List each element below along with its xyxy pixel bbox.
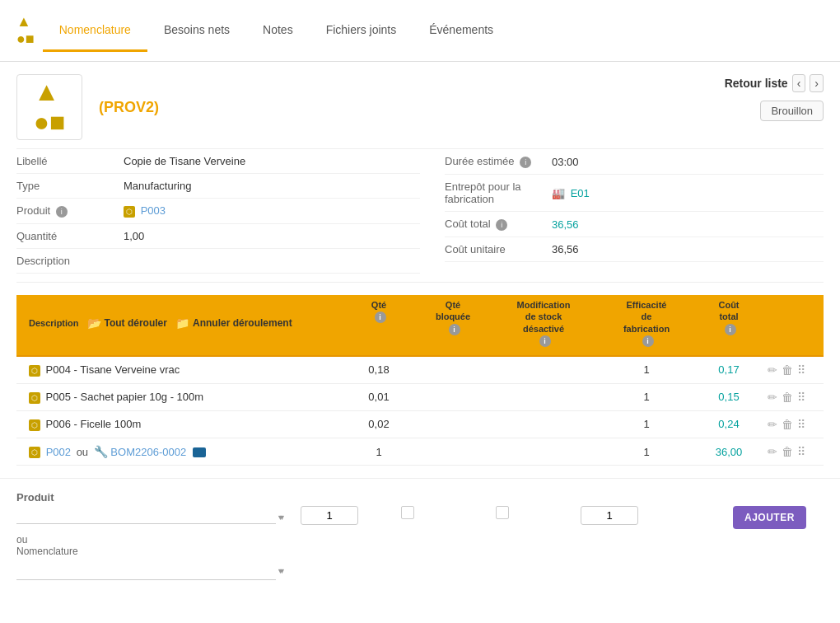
row2-drag-icon[interactable]: ⠿ xyxy=(797,391,805,404)
cout-total-value: 36,56 xyxy=(552,218,579,231)
row1-qte: 0,18 xyxy=(342,363,416,376)
add-qte-input[interactable] xyxy=(301,506,358,525)
bom-col-headers: Description 📂 Tout dérouler 📁 Annuler dé… xyxy=(16,295,824,357)
row4-desc: ⬡ P002 ou 🔧 BOM2206-0002 xyxy=(29,445,342,459)
row4-qte: 1 xyxy=(342,446,416,458)
product-code: (PROV2) xyxy=(99,99,159,116)
cout-unitaire-value: 36,56 xyxy=(552,243,579,255)
produit-row: Produit i ⬡ P003 xyxy=(16,199,420,224)
row3-drag-icon[interactable]: ⠿ xyxy=(797,418,805,431)
cout-total-label: Coût total i xyxy=(445,218,552,231)
row2-action-btns: ✏ 🗑 ⠿ xyxy=(762,391,811,404)
type-value: Manufacturing xyxy=(124,180,191,192)
row2-efficacite: 1 xyxy=(597,391,696,403)
tab-fichiers-joints[interactable]: Fichiers joints xyxy=(310,10,413,52)
header-right: Retour liste ‹ › Brouillon xyxy=(725,74,824,121)
qte-bloquee-info-icon[interactable]: i xyxy=(449,324,460,335)
row3-product-icon: ⬡ xyxy=(29,419,40,431)
add-modification-checkbox[interactable] xyxy=(496,506,509,519)
row1-edit-icon[interactable]: ✏ xyxy=(768,363,777,377)
row3-actions: ✏ 🗑 ⠿ xyxy=(762,418,811,431)
col-actions-head xyxy=(762,299,811,347)
col-efficacite-head: Efficacitédefabricationi xyxy=(597,299,696,347)
add-nomenclature-input-wrap: ▼ xyxy=(16,562,288,580)
efficacite-info-icon[interactable]: i xyxy=(642,335,654,347)
add-produit-input[interactable] xyxy=(16,506,276,524)
add-produit-label: Produit xyxy=(16,491,288,504)
annuler-deroulement-btn[interactable]: 📁 Annuler déroulement xyxy=(175,316,292,330)
row3-qte: 0,02 xyxy=(342,418,416,430)
quantite-label: Quantité xyxy=(16,230,124,242)
add-qte-bloquee-checkbox[interactable] xyxy=(401,506,414,519)
entrepot-row: Entrepôt pour la fabrication 🏭 E01 xyxy=(445,175,824,212)
add-efficacite-input[interactable] xyxy=(581,506,638,525)
add-produit-input-wrap: ▼ xyxy=(16,506,288,529)
row3-cout: 0,24 xyxy=(696,418,762,430)
row1-product-icon: ⬡ xyxy=(29,365,40,377)
row4-edit-icon[interactable]: ✏ xyxy=(768,445,777,458)
row2-qte: 0,01 xyxy=(342,391,416,403)
cout-info-icon[interactable]: i xyxy=(725,324,736,335)
add-button[interactable]: AJOUTER xyxy=(733,506,806,529)
nav-prev-button[interactable]: ‹ xyxy=(792,74,806,92)
cout-unitaire-label: Coût unitaire xyxy=(445,243,552,255)
produit-value[interactable]: ⬡ P003 xyxy=(124,204,166,218)
row1-efficacite: 1 xyxy=(597,363,696,376)
row4-bom-badge xyxy=(193,447,206,457)
tab-besoins-nets[interactable]: Besoins nets xyxy=(147,10,246,52)
row1-delete-icon[interactable]: 🗑 xyxy=(782,363,793,377)
tab-evenements[interactable]: Événements xyxy=(413,10,510,52)
quantite-value: 1,00 xyxy=(124,230,144,242)
row4-efficacite: 1 xyxy=(597,446,696,458)
description-label: Description xyxy=(16,255,124,267)
row4-bom-link[interactable]: BOM2206-0002 xyxy=(110,446,186,458)
row2-product-icon: ⬡ xyxy=(29,392,40,404)
ou-label: ou xyxy=(16,534,288,546)
tab-nomenclature[interactable]: Nomenclature xyxy=(43,10,147,52)
cout-total-info-icon[interactable]: i xyxy=(496,219,507,231)
table-row: ⬡ P004 - Tisane Verveine vrac 0,18 1 0,1… xyxy=(16,357,824,384)
product-logo: ▲●■ xyxy=(16,74,82,140)
form-grid: Libellé Copie de Tisane Verveine Type Ma… xyxy=(16,148,824,274)
row3-edit-icon[interactable]: ✏ xyxy=(768,418,777,431)
nav-next-button[interactable]: › xyxy=(810,74,824,92)
back-navigation: Retour liste ‹ › xyxy=(725,74,824,92)
nomenclature-dropdown-arrow-icon: ▼ xyxy=(278,567,286,575)
entrepot-value[interactable]: 🏭 E01 xyxy=(552,187,590,199)
table-row: ⬡ P002 ou 🔧 BOM2206-0002 1 1 36,00 ✏ 🗑 ⠿ xyxy=(16,438,824,466)
produit-info-icon[interactable]: i xyxy=(56,206,68,218)
header-left: ▲●■ (PROV2) xyxy=(16,74,159,140)
row1-actions: ✏ 🗑 ⠿ xyxy=(762,363,811,377)
form-col-left: Libellé Copie de Tisane Verveine Type Ma… xyxy=(16,149,420,274)
row4-delete-icon[interactable]: 🗑 xyxy=(782,445,793,458)
description-row: Description xyxy=(16,249,420,274)
row1-drag-icon[interactable]: ⠿ xyxy=(797,363,805,377)
duree-info-icon[interactable]: i xyxy=(520,157,531,168)
add-nomenclature-input-row: ▼ xyxy=(16,560,824,583)
libelle-row: Libellé Copie de Tisane Verveine xyxy=(16,149,420,174)
row2-edit-icon[interactable]: ✏ xyxy=(768,391,777,404)
row3-efficacite: 1 xyxy=(597,418,696,430)
warehouse-icon: 🏭 xyxy=(552,187,565,199)
row4-action-btns: ✏ 🗑 ⠿ xyxy=(762,445,811,458)
col-qte-head: Qtéi xyxy=(342,299,416,347)
row3-delete-icon[interactable]: 🗑 xyxy=(782,418,793,431)
col-qte-bloquee-head: Qtébloquéei xyxy=(416,299,490,347)
form-col-right: Durée estimée i 03:00 Entrepôt pour la f… xyxy=(420,149,824,274)
row4-actions: ✏ 🗑 ⠿ xyxy=(762,445,811,458)
quantite-row: Quantité 1,00 xyxy=(16,224,420,249)
col-modification-head: Modificationde stockdésactivéi xyxy=(490,299,597,347)
row3-desc: ⬡ P006 - Ficelle 100m xyxy=(29,418,342,431)
qte-info-icon[interactable]: i xyxy=(375,312,386,323)
row4-product-link[interactable]: P002 xyxy=(46,446,71,458)
tout-derouler-btn[interactable]: 📂 Tout dérouler xyxy=(87,316,167,330)
entrepot-label: Entrepôt pour la fabrication xyxy=(445,180,552,205)
add-nomenclature-input[interactable] xyxy=(16,562,276,580)
modification-info-icon[interactable]: i xyxy=(539,335,551,347)
tabs-bar: ▲●■ Nomenclature Besoins nets Notes Fich… xyxy=(0,0,840,62)
duree-row: Durée estimée i 03:00 xyxy=(445,149,824,175)
tab-notes[interactable]: Notes xyxy=(246,10,310,52)
row4-drag-icon[interactable]: ⠿ xyxy=(797,445,805,458)
row2-delete-icon[interactable]: 🗑 xyxy=(782,391,793,404)
back-link[interactable]: Retour liste xyxy=(725,77,788,90)
